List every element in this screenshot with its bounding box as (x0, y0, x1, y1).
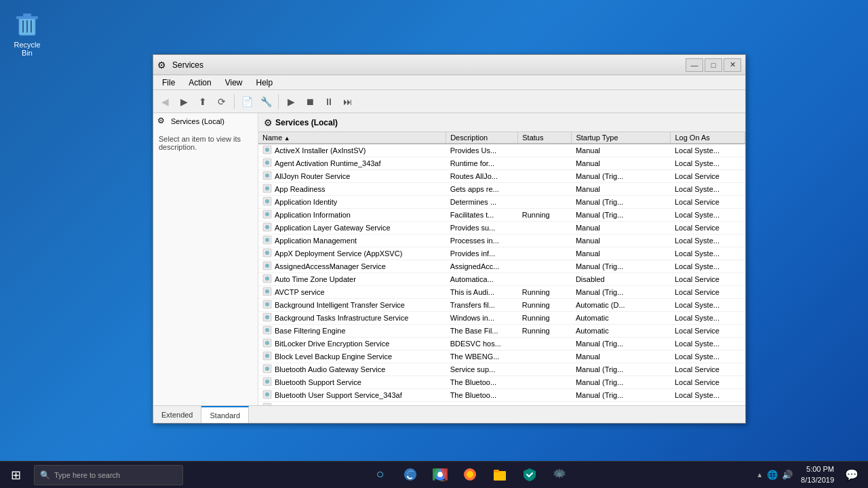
svg-point-27 (265, 277, 269, 281)
properties-button[interactable]: 🔧 (257, 93, 275, 110)
service-description-cell: Gets apps re... (446, 183, 518, 196)
col-name[interactable]: Name (258, 132, 446, 144)
table-row[interactable]: Auto Time Zone UpdaterAutomatica...Disab… (258, 273, 745, 286)
table-row[interactable]: BitLocker Drive Encryption ServiceBDESVC… (258, 338, 745, 350)
service-icon (262, 287, 272, 298)
service-description-cell: Determines ... (446, 196, 518, 209)
svg-point-43 (265, 380, 269, 384)
forward-button[interactable]: ▶ (175, 93, 193, 110)
service-description-cell: Transfers fil... (446, 299, 518, 312)
taskbar-explorer[interactable] (486, 462, 513, 489)
table-row[interactable]: Bluetooth Audio Gateway ServiceService s… (258, 363, 745, 376)
maximize-button[interactable]: □ (705, 58, 722, 72)
table-row[interactable]: Background Tasks Infrastructure ServiceW… (258, 312, 745, 325)
service-description-cell: Provides inf... (446, 247, 518, 260)
service-name-cell: AssignedAccessManager Service (258, 260, 446, 273)
resume-service-button[interactable]: ⏭ (339, 93, 357, 110)
taskbar-settings[interactable] (546, 462, 573, 489)
svg-point-23 (265, 251, 269, 255)
table-row[interactable]: Application Layer Gateway ServiceProvide… (258, 222, 745, 235)
service-icon (262, 325, 272, 336)
table-row[interactable]: AllJoyn Router ServiceRoutes AllJo...Man… (258, 170, 745, 183)
service-startup-cell: Automatic (D... (572, 299, 671, 312)
left-panel-description: Select an item to view its description. (153, 129, 258, 405)
table-row[interactable]: Agent Activation Runtime_343afRuntime fo… (258, 157, 745, 170)
service-logon-cell: Local Service (671, 273, 745, 286)
refresh-button[interactable]: ⟳ (213, 93, 231, 110)
taskbar-edge[interactable] (397, 462, 424, 489)
table-row[interactable]: App ReadinessGets apps re...ManualLocal … (258, 183, 745, 196)
table-row[interactable]: AppX Deployment Service (AppXSVC)Provide… (258, 247, 745, 260)
service-logon-cell: Local Syste... (671, 312, 745, 325)
menu-file[interactable]: File (156, 76, 181, 89)
service-name-cell: Application Identity (258, 196, 446, 209)
window-title: Services (172, 60, 686, 70)
service-icon (262, 235, 272, 246)
table-row[interactable]: Bluetooth User Support Service_343afThe … (258, 389, 745, 402)
recycle-bin-label: Recycle Bin (9, 41, 45, 57)
table-row[interactable]: Base Filtering EngineThe Base Fil...Runn… (258, 325, 745, 338)
statusbar: Extended Standard (153, 405, 745, 423)
table-row[interactable]: Block Level Backup Engine ServiceThe WBE… (258, 350, 745, 363)
taskbar-shield[interactable] (516, 462, 543, 489)
service-status-cell (518, 363, 572, 376)
left-panel-services-local[interactable]: ⚙ Services (Local) (153, 113, 258, 129)
tab-standard[interactable]: Standard (201, 406, 249, 423)
services-table-container[interactable]: Name Description Status Startup Type Log… (258, 132, 745, 405)
service-status-cell (518, 260, 572, 273)
start-button[interactable]: ⊞ (0, 462, 31, 489)
recycle-bin[interactable]: Recycle Bin (7, 7, 47, 60)
service-status-cell: Running (518, 286, 572, 299)
stop-service-button[interactable]: ⏹ (301, 93, 319, 110)
notification-center-button[interactable]: 💬 (841, 462, 863, 489)
pause-service-button[interactable]: ⏸ (320, 93, 338, 110)
col-startup[interactable]: Startup Type (572, 132, 671, 144)
service-logon-cell: Local Syste... (671, 183, 745, 196)
export-button[interactable]: 📄 (238, 93, 256, 110)
close-button[interactable]: ✕ (724, 58, 741, 72)
table-row[interactable]: Application ManagementProcesses in...Man… (258, 235, 745, 247)
service-logon-cell: Local Syste... (671, 235, 745, 247)
svg-rect-1 (16, 16, 38, 19)
right-panel-icon: ⚙ (264, 117, 273, 128)
taskbar-cortana[interactable]: ○ (367, 462, 394, 489)
back-button[interactable]: ◀ (156, 93, 174, 110)
tab-extended[interactable]: Extended (153, 406, 201, 423)
service-description-cell: The Base Fil... (446, 325, 518, 338)
taskbar-chrome[interactable] (427, 462, 454, 489)
start-service-button[interactable]: ▶ (282, 93, 300, 110)
table-row[interactable]: Application IdentityDetermines ...Manual… (258, 196, 745, 209)
service-startup-cell: Manual (572, 222, 671, 235)
service-icon (262, 390, 272, 401)
tray-arrow[interactable]: ▲ (756, 471, 763, 479)
service-description-cell: Provides Us... (446, 144, 518, 157)
menu-action[interactable]: Action (182, 76, 217, 89)
minimize-button[interactable]: — (686, 58, 703, 72)
menu-help[interactable]: Help (250, 76, 279, 89)
taskbar-clock[interactable]: 5:00 PM 8/13/2019 (801, 464, 838, 485)
service-icon (262, 312, 272, 323)
service-logon-cell: Local Service (671, 363, 745, 376)
service-status-cell (518, 389, 572, 402)
tray-volume[interactable]: 🔊 (782, 470, 793, 480)
table-row[interactable]: Application InformationFacilitates t...R… (258, 209, 745, 222)
service-status-cell (518, 157, 572, 170)
right-panel-title: Services (Local) (275, 118, 338, 127)
table-row[interactable]: AVCTP serviceThis is Audi...RunningManua… (258, 286, 745, 299)
table-row[interactable]: Background Intelligent Transfer ServiceT… (258, 299, 745, 312)
up-button[interactable]: ⬆ (194, 93, 212, 110)
col-logon[interactable]: Log On As (671, 132, 745, 144)
service-icon (262, 171, 272, 182)
table-row[interactable]: ActiveX Installer (AxInstSV)Provides Us.… (258, 144, 745, 157)
table-row[interactable]: Bluetooth Support ServiceThe Bluetoo...M… (258, 376, 745, 389)
col-description[interactable]: Description (446, 132, 518, 144)
svg-rect-2 (23, 14, 31, 16)
table-row[interactable]: AssignedAccessManager ServiceAssignedAcc… (258, 260, 745, 273)
services-local-icon: ⚙ (157, 116, 168, 127)
tray-network[interactable]: 🌐 (767, 470, 778, 480)
col-status[interactable]: Status (518, 132, 572, 144)
service-startup-cell: Disabled (572, 273, 671, 286)
taskbar-firefox[interactable] (456, 462, 484, 489)
search-bar[interactable]: 🔍 Type here to search (34, 465, 183, 485)
menu-view[interactable]: View (219, 76, 249, 89)
